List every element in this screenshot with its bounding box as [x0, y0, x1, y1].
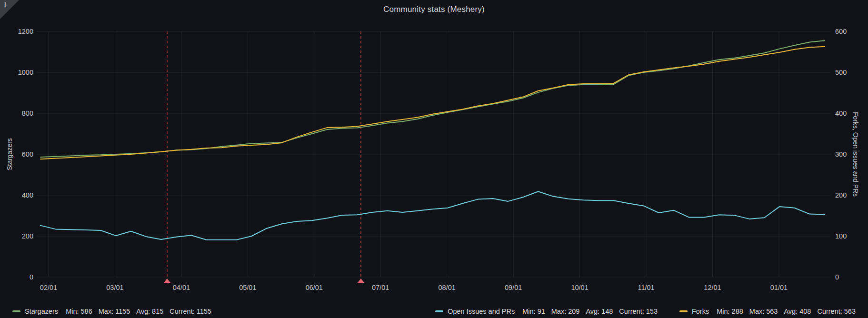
legend-series-label[interactable]: Stargazers	[25, 308, 58, 315]
legend-series-label[interactable]: Open Issues and PRs	[448, 308, 515, 315]
left-axis-tick-label: 1000	[18, 69, 33, 76]
annotation-marker	[164, 278, 170, 283]
legend-stat-max: Max:563	[749, 308, 778, 315]
left-axis-tick-label: 0	[30, 273, 33, 281]
legend-stat-min: Min:586	[66, 308, 92, 315]
series-color-swatch[interactable]	[679, 310, 688, 312]
legend-stat-current: Current:153	[619, 308, 658, 315]
x-axis-tick-label: 04/01	[173, 284, 190, 291]
x-axis-tick-label: 09/01	[505, 284, 522, 291]
series-color-swatch[interactable]	[12, 310, 20, 312]
legend-stat-min: Min:288	[717, 308, 743, 315]
legend-stat-current: Current:1155	[170, 308, 211, 315]
left-axis-tick-label: 400	[22, 191, 33, 199]
legend-item-stargazers[interactable]: Stargazers Min:586 Max:1155 Avg:815 Curr…	[12, 308, 211, 315]
x-axis-tick-label: 01/01	[770, 284, 788, 291]
legend-item-forks[interactable]: Forks Min:288 Max:563 Avg:408 Current:56…	[679, 308, 856, 315]
legend-stat-avg: Avg:148	[586, 308, 613, 315]
left-axis-title: Stargazers	[6, 138, 13, 170]
right-axis-tick-label: 400	[835, 109, 847, 117]
x-axis-tick-label: 10/01	[571, 284, 588, 291]
series-line-forks[interactable]	[40, 47, 825, 159]
series-line-open-issues-and-prs[interactable]	[40, 191, 825, 239]
right-axis-tick-label: 500	[835, 69, 847, 76]
annotation-marker	[358, 278, 364, 283]
legend-stat-max: Max:209	[551, 308, 580, 315]
right-axis-tick-label: 600	[835, 28, 847, 35]
series-line-stargazers[interactable]	[40, 40, 825, 157]
right-axis-title: Forks, Open issues and PRs	[852, 112, 859, 197]
legend-stat-min: Min:91	[522, 308, 545, 315]
x-axis-tick-label: 06/01	[306, 284, 323, 291]
x-axis-tick-label: 05/01	[239, 284, 256, 291]
left-axis-tick-label: 800	[22, 109, 33, 117]
right-axis-tick-label: 200	[835, 191, 847, 199]
x-axis-tick-label: 07/01	[372, 284, 389, 291]
grafana-panel: i Community stats (Meshery) 002001004002…	[0, 0, 868, 318]
x-axis-tick-label: 08/01	[439, 284, 456, 291]
right-axis-tick-label: 100	[835, 232, 847, 240]
legend-stat-max: Max:1155	[99, 308, 130, 315]
left-axis-tick-label: 600	[22, 150, 33, 158]
x-axis-tick-label: 02/01	[40, 284, 57, 291]
x-axis-tick-label: 12/01	[704, 284, 721, 291]
left-axis-tick-label: 1200	[18, 28, 33, 35]
timeseries-chart[interactable]: 0020010040020060030080040010005001200600…	[0, 0, 868, 318]
legend-stat-avg: Avg:408	[784, 308, 811, 315]
legend-item-open-issues[interactable]: Open Issues and PRs Min:91 Max:209 Avg:1…	[435, 308, 658, 315]
legend: Stargazers Min:586 Max:1155 Avg:815 Curr…	[0, 308, 868, 315]
legend-series-label[interactable]: Forks	[692, 308, 709, 315]
x-axis-tick-label: 03/01	[106, 284, 123, 291]
left-axis-tick-label: 200	[22, 232, 33, 240]
legend-stat-avg: Avg:815	[136, 308, 163, 315]
right-axis-tick-label: 0	[835, 273, 839, 281]
x-axis-tick-label: 11/01	[638, 284, 654, 291]
legend-stat-current: Current:563	[817, 308, 856, 315]
right-axis-tick-label: 300	[835, 150, 847, 158]
series-color-swatch[interactable]	[435, 310, 443, 312]
